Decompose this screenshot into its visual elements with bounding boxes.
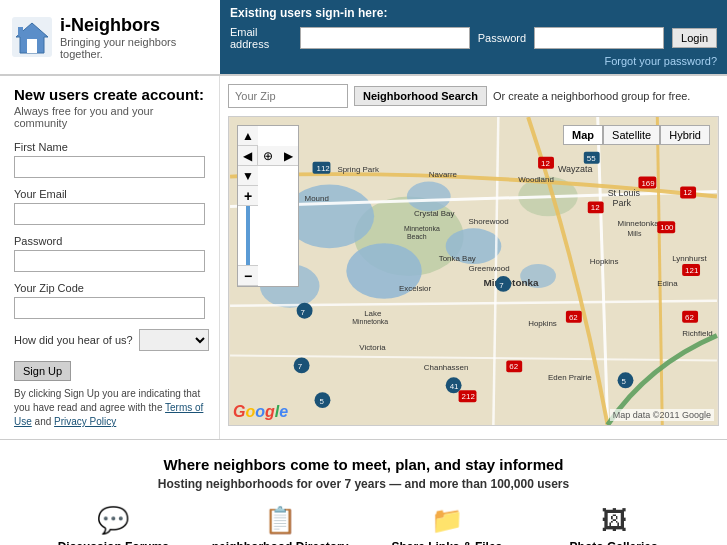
svg-text:5: 5 (320, 397, 325, 406)
svg-text:169: 169 (641, 179, 655, 188)
svg-text:7: 7 (298, 362, 303, 371)
password-field-label: Password (14, 235, 205, 247)
svg-text:12: 12 (591, 203, 600, 212)
how-heard-row: How did you hear of us? Google Facebook … (14, 329, 205, 351)
svg-text:Shorewood: Shorewood (469, 217, 509, 226)
feature-icon-0: 💬 (40, 505, 187, 536)
svg-text:212: 212 (462, 392, 476, 401)
site-tagline: Bringing your neighbors together. (60, 36, 208, 60)
svg-text:Hopkins: Hopkins (590, 257, 619, 266)
svg-text:Minnetonka: Minnetonka (352, 318, 388, 325)
svg-text:Greenwood: Greenwood (469, 264, 510, 273)
first-name-input[interactable] (14, 156, 205, 178)
map-move-north[interactable]: ▲ (238, 126, 258, 146)
map-type-map[interactable]: Map (563, 125, 603, 145)
svg-text:Victoria: Victoria (359, 343, 386, 352)
site-name: i-Neighbors (60, 15, 208, 36)
search-bar: Neighborhood Search Or create a neighbor… (228, 84, 719, 108)
map-type-hybrid[interactable]: Hybrid (660, 125, 710, 145)
map-container: Map Satellite Hybrid ▲ ◀ ⊕ ▶ ▼ + − (228, 116, 719, 426)
map-controls: ▲ ◀ ⊕ ▶ ▼ + − (237, 125, 299, 287)
neighborhood-search-button[interactable]: Neighborhood Search (354, 86, 487, 106)
main-content: New users create account: Always free fo… (0, 76, 727, 439)
svg-text:Spring Park: Spring Park (337, 165, 379, 174)
privacy-link[interactable]: Privacy Policy (54, 416, 116, 427)
password-field-input[interactable] (14, 250, 205, 272)
password-input[interactable] (534, 27, 664, 49)
svg-text:Minnetonka: Minnetonka (618, 219, 660, 228)
svg-text:Mound: Mound (305, 194, 329, 203)
svg-text:55: 55 (587, 154, 596, 163)
svg-text:Chanhassen: Chanhassen (424, 363, 469, 372)
email-field-input[interactable] (14, 203, 205, 225)
map-move-east[interactable]: ▶ (278, 146, 298, 166)
map-center[interactable]: ⊕ (258, 146, 278, 166)
right-panel: Neighborhood Search Or create a neighbor… (220, 76, 727, 439)
svg-rect-3 (18, 27, 23, 35)
signin-area: Existing users sign-in here: Email addre… (220, 0, 727, 74)
signup-panel: New users create account: Always free fo… (0, 76, 220, 439)
svg-text:Wayzata: Wayzata (558, 164, 592, 174)
svg-text:12: 12 (683, 188, 692, 197)
bottom-banner: Where neighbors come to meet, plan, and … (0, 439, 727, 545)
svg-text:121: 121 (685, 266, 699, 275)
svg-text:Tonka Bay: Tonka Bay (439, 254, 476, 263)
svg-text:Park: Park (613, 198, 632, 208)
svg-text:62: 62 (685, 313, 694, 322)
feature-1: 📋 neighborhood Directory Individual prof… (197, 505, 364, 545)
first-name-group: First Name (14, 141, 205, 178)
how-heard-select[interactable]: Google Facebook Friend Other (139, 329, 209, 351)
first-name-label: First Name (14, 141, 205, 153)
feature-title-0: Discussion Forums (40, 540, 187, 545)
svg-text:7: 7 (499, 281, 504, 290)
feature-icon-2: 📁 (374, 505, 521, 536)
forgot-password-link-container: Forgot your password? (230, 54, 717, 68)
google-logo: Google (233, 403, 288, 421)
svg-text:Minnetonka: Minnetonka (404, 225, 440, 232)
svg-text:62: 62 (509, 362, 518, 371)
header: i-Neighbors Bringing your neighbors toge… (0, 0, 727, 76)
svg-text:Richfield: Richfield (682, 329, 712, 338)
map-type-satellite[interactable]: Satellite (603, 125, 660, 145)
feature-3: 🖼 Photo Galleries Individual galleries, … (530, 505, 697, 545)
feature-icon-1: 📋 (207, 505, 354, 536)
password-label: Password (478, 32, 526, 44)
zip-label: Your Zip Code (14, 282, 205, 294)
zip-group: Your Zip Code (14, 282, 205, 319)
map-move-west[interactable]: ◀ (238, 146, 258, 166)
signup-note: By clicking Sign Up you are indicating t… (14, 387, 205, 429)
svg-text:100: 100 (660, 223, 674, 232)
zip-input-field[interactable] (14, 297, 205, 319)
svg-text:Lynnhurst: Lynnhurst (672, 254, 707, 263)
svg-text:Woodland: Woodland (518, 175, 554, 184)
svg-text:Excelsior: Excelsior (399, 284, 432, 293)
zip-search-input[interactable] (228, 84, 348, 108)
map-move-south[interactable]: ▼ (238, 166, 258, 186)
svg-text:Eden Prairie: Eden Prairie (548, 373, 592, 382)
svg-text:Hopkins: Hopkins (528, 319, 557, 328)
svg-text:Navarre: Navarre (429, 170, 458, 179)
svg-text:Lake: Lake (364, 309, 382, 318)
map-zoom-bar (238, 206, 258, 266)
bottom-subheading: Hosting neighborhoods for over 7 years —… (20, 477, 707, 491)
logo-text: i-Neighbors Bringing your neighbors toge… (60, 15, 208, 60)
signin-title: Existing users sign-in here: (230, 6, 717, 20)
map-zoom-in[interactable]: + (238, 186, 258, 206)
feature-0: 💬 Discussion Forums Send alerts, share i… (30, 505, 197, 545)
map-zoom-out[interactable]: − (238, 266, 258, 286)
svg-text:Crystal Bay: Crystal Bay (414, 209, 455, 218)
email-input[interactable] (300, 27, 470, 49)
svg-text:41: 41 (450, 382, 459, 391)
signup-button[interactable]: Sign Up (14, 361, 71, 381)
feature-2: 📁 Share Links & Files Documents and link… (364, 505, 531, 545)
svg-text:5: 5 (622, 377, 627, 386)
email-label: Email address (230, 26, 292, 50)
svg-text:Beach: Beach (407, 233, 427, 240)
svg-point-11 (407, 182, 451, 212)
feature-title-3: Photo Galleries (540, 540, 687, 545)
login-button[interactable]: Login (672, 28, 717, 48)
map-type-buttons: Map Satellite Hybrid (563, 125, 710, 145)
forgot-password-link[interactable]: Forgot your password? (605, 55, 718, 67)
svg-text:Edina: Edina (657, 279, 678, 288)
how-heard-label: How did you hear of us? (14, 334, 133, 346)
